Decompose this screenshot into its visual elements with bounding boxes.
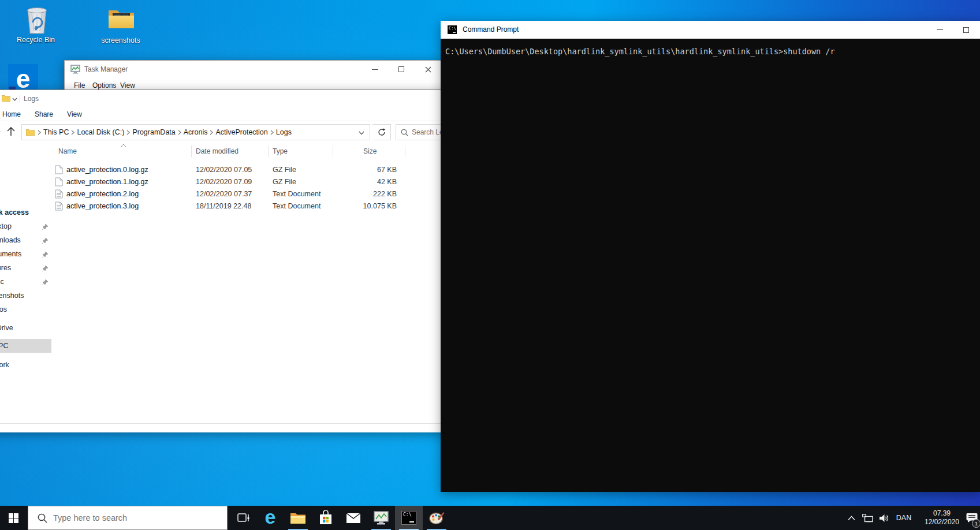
folder-icon <box>107 6 135 31</box>
clock-date: 12/02/2020 <box>925 518 959 527</box>
command-prompt-icon-text: C:\ <box>449 26 456 31</box>
clock-time: 07.39 <box>933 509 951 518</box>
taskbar-file-explorer-button[interactable] <box>284 506 312 530</box>
explorer-window-title: Logs <box>24 95 39 103</box>
action-center-button[interactable]: 1 <box>963 506 980 530</box>
taskbar-search-input[interactable] <box>53 513 215 522</box>
breadcrumb-programdata[interactable]: ProgramData <box>130 128 177 136</box>
taskbar-edge-button[interactable]: e <box>256 506 284 530</box>
command-prompt-icon-text: C:\ <box>403 512 411 517</box>
pin-icon <box>42 237 49 244</box>
address-bar[interactable]: This PC Local Disk (C:) ProgramData Acro… <box>21 124 370 140</box>
menu-file[interactable]: File <box>74 81 85 89</box>
pin-icon <box>42 251 49 258</box>
pin-icon <box>42 279 49 286</box>
column-header-date-modified[interactable]: Date modified <box>196 147 239 155</box>
breadcrumb-activeprotection[interactable]: ActiveProtection <box>213 128 270 136</box>
file-name: active_protection.3.log <box>66 202 139 210</box>
sidebar-item-downloads[interactable]: Downloads <box>0 236 21 244</box>
sidebar-item-onedrive[interactable]: OneDrive <box>0 324 13 332</box>
taskbar-command-prompt-button[interactable]: C:\ <box>395 506 423 530</box>
close-button[interactable] <box>415 61 441 78</box>
breadcrumb-local-disk-c[interactable]: Local Disk (C:) <box>74 128 126 136</box>
tab-view[interactable]: View <box>62 107 87 121</box>
refresh-icon <box>378 128 386 136</box>
menu-options[interactable]: Options <box>92 81 116 89</box>
paint-icon <box>429 511 445 525</box>
task-manager-titlebar[interactable]: Task Manager <box>65 61 441 78</box>
taskbar-task-manager-button[interactable] <box>367 506 395 530</box>
tray-language-indicator[interactable]: DAN <box>893 506 915 530</box>
tab-share[interactable]: Share <box>29 107 58 121</box>
file-date: 12/02/2020 07.05 <box>196 166 252 174</box>
sidebar-item-network[interactable]: Network <box>0 361 9 369</box>
breadcrumb-this-pc[interactable]: This PC <box>41 128 71 136</box>
sidebar-item-desktop[interactable]: Desktop <box>0 222 12 230</box>
file-size: 67 KB <box>307 166 397 174</box>
task-manager-title: Task Manager <box>84 65 128 73</box>
file-date: 18/11/2019 22.48 <box>196 202 251 210</box>
sidebar-item-screenshots[interactable]: screenshots <box>0 292 24 300</box>
column-header-type[interactable]: Type <box>273 147 288 155</box>
breadcrumb-logs[interactable]: Logs <box>274 128 294 136</box>
taskbar: e C:\ <box>0 506 980 530</box>
taskbar-mail-button[interactable] <box>340 506 367 530</box>
command-prompt-console[interactable]: C:\Users\DumbUser\Desktop\hardlink_symli… <box>441 39 980 492</box>
tray-volume-button[interactable] <box>875 506 893 530</box>
sidebar-item-pictures[interactable]: Pictures <box>0 264 11 272</box>
sidebar-item-this-pc[interactable]: This PC <box>0 342 8 350</box>
tray-show-hidden-icons-button[interactable] <box>843 506 859 530</box>
file-type: GZ File <box>273 166 296 174</box>
gz-file-icon <box>55 177 63 186</box>
command-prompt-icon: C:\ <box>401 511 416 525</box>
refresh-button[interactable] <box>372 124 391 140</box>
search-icon <box>401 129 408 136</box>
command-prompt-titlebar[interactable]: C:\ Command Prompt <box>441 21 980 39</box>
table-row[interactable]: active_protection.0.log.gz 12/02/2020 07… <box>53 164 399 176</box>
task-view-icon <box>237 513 250 523</box>
up-arrow-icon[interactable] <box>5 126 17 137</box>
desktop-icon-recycle-bin[interactable]: Recycle Bin <box>11 5 63 36</box>
address-dropdown-icon[interactable] <box>359 131 364 135</box>
tray-network-button[interactable] <box>859 506 875 530</box>
minimize-button[interactable] <box>362 61 388 78</box>
start-button[interactable] <box>0 506 27 530</box>
table-row[interactable]: active_protection.1.log.gz 12/02/2020 07… <box>53 176 399 188</box>
text-document-icon <box>55 189 63 199</box>
desktop-icon-label: Recycle Bin <box>4 36 68 44</box>
sidebar-item-videos[interactable]: Videos <box>0 305 7 313</box>
desktop-icon-label: screenshots <box>89 36 152 44</box>
taskbar-paint-button[interactable] <box>423 506 450 530</box>
taskbar-search-box[interactable] <box>28 506 228 530</box>
desktop-icon-screenshots[interactable]: screenshots <box>95 6 147 31</box>
column-header-name[interactable]: Name <box>58 147 77 155</box>
edge-icon: e <box>265 507 276 527</box>
sidebar-item-music[interactable]: Music <box>0 278 4 286</box>
table-row[interactable]: active_protection.3.log 18/11/2019 22.48… <box>53 200 399 212</box>
search-icon <box>38 513 47 523</box>
file-type: GZ File <box>273 178 296 186</box>
sidebar-item-documents[interactable]: Documents <box>0 250 21 258</box>
chevron-down-icon[interactable] <box>12 98 17 101</box>
minimize-button[interactable] <box>926 21 953 39</box>
menu-view[interactable]: View <box>120 81 135 89</box>
windows-logo-icon <box>9 513 18 523</box>
breadcrumb-acronis[interactable]: Acronis <box>181 128 210 136</box>
recent-locations-icon[interactable] <box>0 130 1 135</box>
mail-icon <box>346 513 361 524</box>
file-name: active_protection.0.log.gz <box>66 166 148 174</box>
column-header-size[interactable]: Size <box>363 147 377 155</box>
task-manager-icon <box>374 511 389 525</box>
table-row[interactable]: active_protection.2.log 12/02/2020 07.37… <box>53 188 399 200</box>
maximize-button[interactable] <box>388 61 415 78</box>
taskbar-store-button[interactable] <box>312 506 340 530</box>
tab-home[interactable]: Home <box>0 107 25 121</box>
pin-icon <box>42 223 49 230</box>
close-icon <box>425 66 431 73</box>
maximize-button[interactable] <box>953 21 979 39</box>
command-prompt-window: C:\ Command Prompt C:\Users\DumbUser\Des… <box>441 21 980 492</box>
tray-clock[interactable]: 07.39 12/02/2020 <box>918 506 966 530</box>
file-explorer-icon <box>290 512 306 525</box>
task-view-button[interactable] <box>230 506 258 530</box>
sidebar-item-quick-access[interactable]: Quick access <box>0 208 29 217</box>
